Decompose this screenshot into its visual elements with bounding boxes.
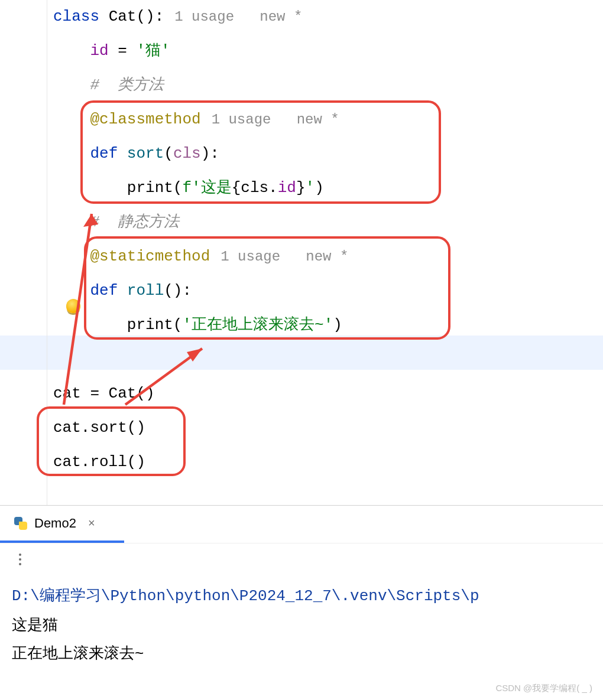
code-line[interactable]: cat.roll() [53,445,603,480]
code-editor[interactable]: class Cat():1 usage new * id = '猫' # 类方法… [0,0,603,505]
func-name: sort [127,143,164,165]
code-line[interactable]: print('正在地上滚来滚去~') [53,308,603,343]
fstring-expr-cls: cls [241,177,268,200]
keyword-class: class [53,6,99,28]
watermark-text: CSDN @我要学编程( _ ) [495,683,592,694]
keyword-def: def [90,143,118,165]
editor-gutter [0,0,47,505]
run-tab-name[interactable]: Demo2 [34,516,76,531]
paren-open: ( [164,143,173,165]
inlay-hint: 1 usage new * [201,110,339,131]
stmt-cat-roll: cat.roll() [53,451,145,474]
string-literal: '猫' [136,40,170,63]
console-command-line: D:\编程学习\Python\python\P2024_12_7\.venv\S… [12,582,591,610]
func-call-print: print [127,314,173,337]
code-area[interactable]: class Cat():1 usage new * id = '猫' # 类方法… [53,0,603,480]
func-call-print: print [127,177,173,200]
params-close: ): [201,143,219,165]
console-output[interactable]: D:\编程学习\Python\python\P2024_12_7\.venv\S… [0,575,603,667]
comment-hash: # [90,211,108,234]
class-name: Cat [109,6,137,28]
stmt-cat-sort: cat.sort() [53,417,145,439]
dot: . [268,177,278,200]
close-icon[interactable]: × [83,516,95,530]
paren-open: ( [173,177,183,200]
class-suffix: (): [136,6,164,28]
params: (): [164,280,192,302]
code-line[interactable]: # 类方法 [53,69,603,103]
python-icon [14,517,27,530]
paren-close: ) [315,177,324,200]
blank-line[interactable] [53,343,603,377]
fstring-lbrace: { [232,177,241,200]
param-cls: cls [173,143,201,165]
code-line[interactable]: @staticmethod1 usage new * [53,240,603,274]
console-out-line: 正在地上滚来滚去~ [12,639,591,667]
keyword-def: def [90,280,118,302]
comment-hash: # [90,74,108,97]
decorator: @classmethod [90,109,200,131]
code-line[interactable]: def roll(): [53,274,603,308]
inlay-hint: 1 usage new * [164,7,302,28]
code-line[interactable]: @classmethod1 usage new * [53,103,603,137]
f-prefix: f [182,177,192,200]
comment-text: 类方法 [109,74,164,97]
code-line[interactable]: def sort(cls): [53,137,603,171]
string-open: '这是 [192,177,232,200]
code-line[interactable]: print(f'这是{cls.id}') [53,171,603,206]
decorator: @staticmethod [90,246,210,268]
fstring-rbrace: } [296,177,306,200]
assign-op: = [109,40,137,63]
field-id: id [90,40,108,63]
console-toolbar [0,543,603,575]
code-line[interactable]: # 静态方法 [53,206,603,240]
inlay-hint: 1 usage new * [210,247,348,268]
string-close: ' [306,177,315,200]
stmt-cat-assign: cat = Cat() [53,383,155,405]
code-line[interactable]: cat.sort() [53,411,603,445]
comment-text: 静态方法 [109,211,180,234]
field-ref: id [278,177,296,200]
code-line[interactable]: id = '猫' [53,34,603,69]
string-literal: '正在地上滚来滚去~' [182,314,333,337]
code-line[interactable]: class Cat():1 usage new * [53,0,603,34]
more-icon[interactable] [19,554,21,565]
code-line[interactable]: cat = Cat() [53,377,603,411]
run-tab-bar: Demo2 × [0,505,603,541]
console-out-line: 这是猫 [12,610,591,639]
func-name: roll [127,280,164,302]
